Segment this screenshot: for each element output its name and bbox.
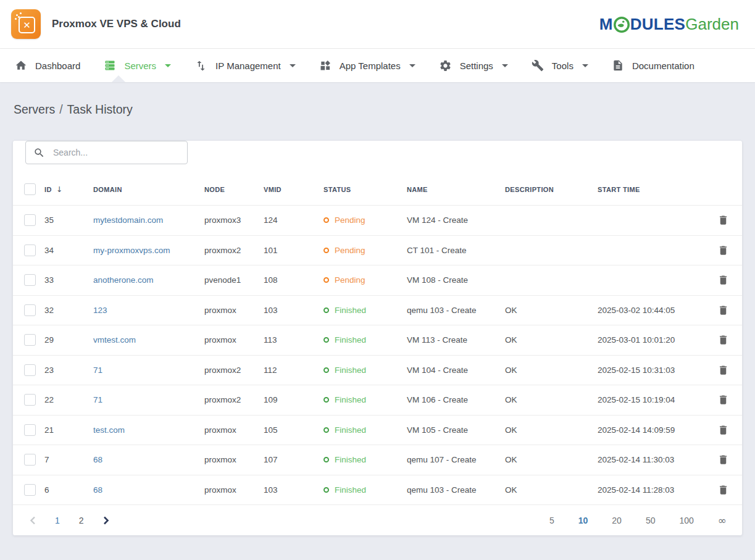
cell-start-time: 2025-02-14 11:30:03 xyxy=(598,445,706,475)
brand-part-m: M xyxy=(599,15,613,34)
task-table: ID↓ DOMAIN NODE VMID STATUS NAME DESCRIP… xyxy=(13,172,742,505)
domain-link[interactable]: my-proxmoxvps.com xyxy=(93,246,170,255)
row-checkbox[interactable] xyxy=(24,454,36,466)
next-page-button[interactable] xyxy=(103,516,109,525)
column-header-vmid[interactable]: VMID xyxy=(264,172,323,206)
page-number-2[interactable]: 2 xyxy=(79,516,84,525)
domain-link[interactable]: anotherone.com xyxy=(93,275,154,285)
cell-node: proxmox2 xyxy=(204,355,264,385)
task-table-body: 35 mytestdomain.com proxmox3 124 Pending… xyxy=(13,206,742,505)
status-ring-icon xyxy=(323,487,329,493)
cell-node: proxmox2 xyxy=(204,385,264,416)
row-checkbox[interactable] xyxy=(24,394,36,406)
cell-vmid: 103 xyxy=(264,475,323,505)
status-label: Finished xyxy=(335,485,366,495)
page-size-10[interactable]: 10 xyxy=(578,516,588,525)
app-header: ✕ Proxmox VE VPS & Cloud M DULES Garden xyxy=(0,0,755,49)
column-header-domain[interactable]: DOMAIN xyxy=(93,172,204,206)
cell-vmid: 101 xyxy=(264,235,323,265)
column-header-name[interactable]: NAME xyxy=(407,172,505,206)
domain-link[interactable]: 68 xyxy=(93,455,102,464)
nav-label: Settings xyxy=(460,61,493,71)
nav-item-documentation[interactable]: Documentation xyxy=(600,49,706,82)
domain-link[interactable]: vmtest.com xyxy=(93,335,136,345)
page-size-5[interactable]: 5 xyxy=(549,516,554,525)
table-row: 22 71 proxmox2 109 Finished VM 106 - Cre… xyxy=(13,385,742,416)
status-badge: Finished xyxy=(323,306,366,315)
cell-start-time: 2025-02-15 10:19:04 xyxy=(598,385,706,416)
page-navigation: 1 2 xyxy=(30,516,109,525)
select-all-checkbox[interactable] xyxy=(24,183,36,195)
cell-start-time xyxy=(598,206,706,236)
breadcrumb-section[interactable]: Servers xyxy=(14,102,55,116)
page-size-infinity-icon[interactable]: ∞ xyxy=(718,514,727,527)
table-row: 33 anotherone.com pvenode1 108 Pending V… xyxy=(13,265,742,296)
column-header-description[interactable]: DESCRIPTION xyxy=(505,172,598,206)
domain-link[interactable]: 71 xyxy=(93,395,102,404)
cell-name: qemu 103 - Create xyxy=(407,295,505,325)
nav-item-ip-management[interactable]: IP Management xyxy=(183,49,307,82)
row-checkbox[interactable] xyxy=(24,334,36,346)
status-label: Finished xyxy=(335,306,366,315)
domain-link[interactable]: test.com xyxy=(93,425,125,435)
row-checkbox[interactable] xyxy=(24,424,36,436)
prev-page-button[interactable] xyxy=(30,516,36,525)
chevron-down-icon xyxy=(290,64,296,67)
page-size-100[interactable]: 100 xyxy=(679,516,693,525)
row-checkbox[interactable] xyxy=(24,484,36,496)
cell-id: 22 xyxy=(44,385,93,416)
row-checkbox[interactable] xyxy=(24,364,36,376)
status-badge: Finished xyxy=(323,395,366,404)
trash-icon xyxy=(717,394,729,406)
cell-name: VM 124 - Create xyxy=(407,206,505,236)
status-badge: Finished xyxy=(323,485,366,495)
domain-link[interactable]: 68 xyxy=(93,485,102,495)
nav-item-servers[interactable]: Servers xyxy=(92,49,183,82)
delete-button[interactable] xyxy=(717,484,729,496)
main-nav: Dashboard Servers IP Management App Temp… xyxy=(0,49,755,82)
nav-item-app-templates[interactable]: App Templates xyxy=(307,49,427,82)
row-checkbox[interactable] xyxy=(24,274,36,286)
cell-id: 32 xyxy=(44,295,93,325)
column-header-start-time[interactable]: START TIME xyxy=(598,172,706,206)
cell-vmid: 124 xyxy=(264,206,323,236)
cell-description: OK xyxy=(505,325,598,356)
delete-button[interactable] xyxy=(717,394,729,406)
delete-button[interactable] xyxy=(717,244,729,256)
cell-start-time xyxy=(598,235,706,265)
page-size-50[interactable]: 50 xyxy=(646,516,656,525)
delete-button[interactable] xyxy=(717,454,729,466)
search-box xyxy=(25,141,188,164)
search-input[interactable] xyxy=(52,147,181,158)
table-row: 34 my-proxmoxvps.com proxmox2 101 Pendin… xyxy=(13,235,742,265)
delete-button[interactable] xyxy=(717,364,729,376)
column-header-id[interactable]: ID↓ xyxy=(44,172,93,206)
chevron-down-icon xyxy=(582,64,588,67)
domain-link[interactable]: mytestdomain.com xyxy=(93,215,163,225)
row-checkbox[interactable] xyxy=(24,304,36,316)
delete-button[interactable] xyxy=(717,334,729,346)
column-header-node[interactable]: NODE xyxy=(204,172,264,206)
chevron-right-icon xyxy=(103,516,109,525)
domain-link[interactable]: 123 xyxy=(93,306,107,315)
page-number-1[interactable]: 1 xyxy=(55,516,60,525)
row-checkbox[interactable] xyxy=(24,214,36,226)
status-label: Finished xyxy=(335,395,366,404)
globe-icon xyxy=(614,17,630,33)
delete-button[interactable] xyxy=(717,214,729,226)
delete-button[interactable] xyxy=(717,274,729,286)
page-size-20[interactable]: 20 xyxy=(612,516,622,525)
status-ring-icon xyxy=(323,427,329,433)
column-header-status[interactable]: STATUS xyxy=(323,172,407,206)
delete-button[interactable] xyxy=(717,304,729,316)
cell-node: pvenode1 xyxy=(204,265,264,296)
row-checkbox[interactable] xyxy=(24,244,36,256)
cell-description: OK xyxy=(505,475,598,505)
chevron-left-icon xyxy=(30,516,36,525)
nav-item-settings[interactable]: Settings xyxy=(427,49,520,82)
nav-item-dashboard[interactable]: Dashboard xyxy=(15,49,92,82)
chevron-down-icon xyxy=(502,64,508,67)
nav-item-tools[interactable]: Tools xyxy=(520,49,600,82)
delete-button[interactable] xyxy=(717,424,729,436)
domain-link[interactable]: 71 xyxy=(93,366,102,375)
